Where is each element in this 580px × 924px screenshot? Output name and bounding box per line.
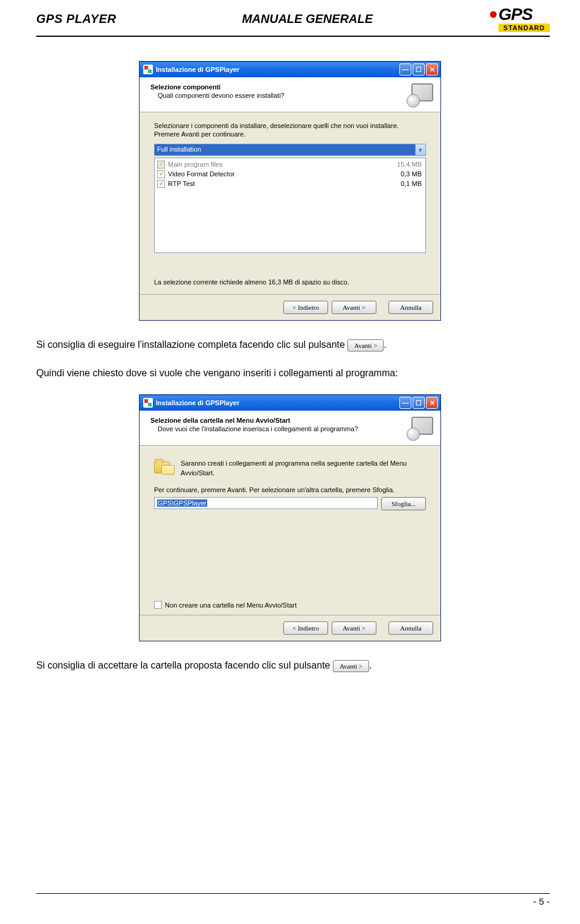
wizard-title: Selezione componenti [150, 83, 285, 91]
path-value: GPS\GPSPlayer [157, 499, 207, 507]
body-paragraph-2: Quindi viene chiesto dove si vuole che v… [36, 366, 544, 380]
checkbox-icon[interactable]: ✓ [157, 170, 165, 178]
logo-text-top: GPS [498, 6, 532, 23]
list-item[interactable]: ✓ Video Format Detector 0,3 MB [157, 169, 423, 179]
wizard-subtitle: Dove vuoi che l'installazione inserisca … [150, 425, 358, 432]
body-paragraph-1: Si consiglia di eseguire l'installazione… [36, 338, 544, 351]
button-row: < Indietro Avanti > Annulla [140, 615, 440, 641]
logo-text-bottom: STANDARD [498, 24, 550, 32]
checkbox-icon: ✓ [157, 161, 165, 168]
window-title: Installazione di GPSPlayer [156, 66, 399, 73]
chevron-down-icon[interactable]: ▾ [415, 144, 425, 155]
info-text: Saranno creati i collegamenti al program… [181, 458, 426, 478]
page-number: - 5 - [36, 896, 550, 907]
list-item[interactable]: ✓ Main program files 15,4 MB [157, 159, 423, 169]
list-item-size: 15,4 MB [397, 159, 423, 169]
next-button[interactable]: Avanti > [332, 621, 376, 635]
wizard-header: Selezione della cartella nel Menu Avvio/… [140, 411, 440, 446]
install-type-dropdown[interactable]: Full installation ▾ [154, 144, 426, 156]
list-item-size: 0,1 MB [401, 179, 423, 188]
page-footer: - 5 - [36, 893, 550, 907]
wizard-title: Selezione della cartella nel Menu Avvio/… [150, 417, 358, 424]
wizard-header: Selezione componenti Quali componenti de… [140, 77, 440, 112]
app-icon [143, 398, 153, 408]
list-item-label: Main program files [168, 159, 397, 169]
checkbox-icon[interactable]: ✓ [157, 180, 165, 188]
checkbox-icon[interactable] [154, 601, 162, 609]
maximize-button[interactable]: ☐ [413, 63, 425, 75]
minimize-button[interactable]: — [399, 63, 411, 75]
path-input[interactable]: GPS\GPSPlayer [154, 497, 378, 509]
browse-button[interactable]: Sfoglia... [381, 497, 426, 510]
installer-dialog-components: Installazione di GPSPlayer — ☐ ✕ Selezio… [139, 61, 441, 321]
installer-icon [407, 83, 433, 107]
para3-text-b: . [369, 660, 372, 670]
back-button[interactable]: < Indietro [283, 621, 328, 635]
dropdown-value: Full installation [155, 144, 415, 155]
window-title: Installazione di GPSPlayer [156, 399, 399, 406]
list-item[interactable]: ✓ RTP Test 0,1 MB [157, 179, 423, 188]
inline-next-button: Avanti > [347, 339, 384, 351]
logo: GPS STANDARD [498, 6, 550, 32]
list-item-size: 0,3 MB [401, 169, 423, 179]
header-left: GPS PLAYER [36, 12, 116, 26]
list-item-label: Video Format Detector [168, 169, 401, 179]
titlebar: Installazione di GPSPlayer — ☐ ✕ [140, 62, 440, 77]
no-create-label: Non creare una cartella nel Menu Avvio/S… [165, 602, 297, 609]
installer-dialog-startmenu: Installazione di GPSPlayer — ☐ ✕ Selezio… [139, 394, 441, 641]
installer-icon [407, 417, 433, 441]
disk-space-note: La selezione corrente richiede almeno 16… [154, 278, 426, 286]
para1-text-b: . [384, 339, 386, 350]
components-listbox: ✓ Main program files 15,4 MB ✓ Video For… [154, 158, 426, 253]
inline-next-button: Avanti > [333, 660, 369, 672]
page-header: GPS PLAYER MANUALE GENERALE GPS STANDARD [0, 0, 580, 36]
cancel-button[interactable]: Annulla [388, 621, 433, 635]
para3-text-a: Si consiglia di accettare la cartella pr… [36, 660, 333, 670]
instruction-line-2: Premere Avanti per continuare. [154, 130, 426, 138]
next-button[interactable]: Avanti > [332, 301, 376, 314]
no-create-checkbox-row[interactable]: Non creare una cartella nel Menu Avvio/S… [154, 601, 426, 609]
minimize-button[interactable]: — [399, 397, 411, 409]
continue-text: Per continuare, premere Avanti. Per sele… [154, 486, 426, 493]
footer-rule [36, 893, 550, 894]
header-center: MANUALE GENERALE [242, 12, 373, 26]
close-button[interactable]: ✕ [426, 63, 438, 75]
titlebar: Installazione di GPSPlayer — ☐ ✕ [140, 395, 440, 411]
wizard-subtitle: Quali componenti devono essere installat… [150, 92, 285, 99]
back-button[interactable]: < Indietro [283, 301, 328, 314]
instruction-line-1: Selezionare i componenti da installare, … [154, 122, 426, 129]
maximize-button[interactable]: ☐ [413, 397, 425, 409]
close-button[interactable]: ✕ [426, 397, 438, 409]
info-row: Saranno creati i collegamenti al program… [154, 458, 426, 478]
para1-text-a: Si consiglia di eseguire l'installazione… [36, 339, 347, 350]
app-icon [143, 65, 153, 74]
cancel-button[interactable]: Annulla [388, 301, 433, 314]
body-paragraph-3: Si consiglia di accettare la cartella pr… [36, 658, 544, 672]
button-row: < Indietro Avanti > Annulla [140, 294, 440, 320]
list-item-label: RTP Test [168, 179, 401, 188]
folder-icon [154, 458, 175, 475]
